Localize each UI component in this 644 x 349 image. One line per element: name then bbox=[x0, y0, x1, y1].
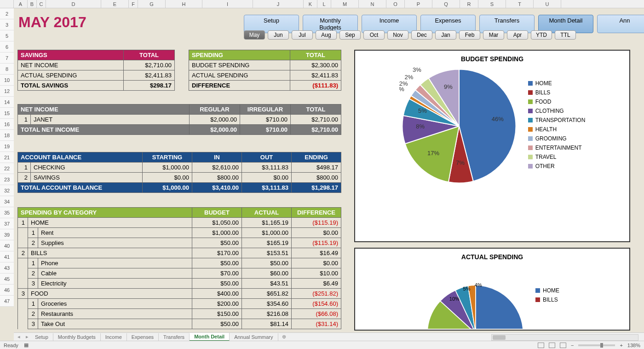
row-header-cell[interactable]: 19 bbox=[0, 141, 14, 152]
month-button-mar[interactable]: Mar bbox=[483, 30, 504, 40]
sheet-tab-monthly-budgets[interactable]: Monthly Budgets bbox=[53, 333, 101, 341]
status-ready: Ready bbox=[4, 343, 18, 348]
table-row: DIFFERENCE($111.83) bbox=[189, 81, 341, 91]
row-header-cell[interactable]: 34 bbox=[0, 196, 14, 207]
nav-button-ann[interactable]: Ann bbox=[597, 15, 644, 33]
row-header-cell[interactable]: 3 bbox=[0, 19, 14, 30]
row-header-cell[interactable]: 12 bbox=[0, 86, 14, 97]
row-header-cell[interactable]: 21 bbox=[0, 152, 14, 163]
legend-item: HOME bbox=[528, 80, 586, 87]
category-row: 3FOOD$400.00$651.82($251.82) bbox=[18, 289, 341, 299]
sheet-tab-annual-summary[interactable]: Annual Summary bbox=[230, 333, 278, 341]
month-button-dec[interactable]: Dec bbox=[411, 30, 432, 40]
month-button-jan[interactable]: Jan bbox=[435, 30, 456, 40]
table-row: ACTUAL SPENDING$2,411.83 bbox=[189, 70, 341, 81]
sheet-tab-expenses[interactable]: Expenses bbox=[127, 333, 159, 341]
subcategory-row: 2Cable$70.00$60.00$10.00 bbox=[18, 268, 341, 279]
status-bar: Ready ▦ − + 138% bbox=[0, 341, 644, 349]
zoom-level[interactable]: 138% bbox=[627, 343, 640, 348]
spending-header-label: SPENDING bbox=[189, 50, 290, 60]
pie-actual: 10%5%4% bbox=[425, 264, 526, 329]
netincome-header-irregular: IRREGULAR bbox=[240, 105, 291, 115]
row-header-cell[interactable]: 35 bbox=[0, 207, 14, 218]
spending-category-table: SPENDING BY CATEGORY BUDGET ACTUAL DIFFE… bbox=[17, 207, 341, 329]
row-header-cell[interactable]: 6 bbox=[0, 41, 14, 52]
total-row: TOTAL NET INCOME$2,000.00$710.00$2,710.0… bbox=[18, 125, 341, 135]
row-header-cell[interactable]: 14 bbox=[0, 97, 14, 108]
svg-text:5%: 5% bbox=[463, 286, 471, 291]
row-header-cell[interactable]: 16 bbox=[0, 119, 14, 130]
row-header-cell[interactable]: 22 bbox=[0, 163, 14, 174]
sheet-tab-setup[interactable]: Setup bbox=[30, 333, 53, 341]
tab-nav-prev[interactable]: ▸ bbox=[24, 334, 30, 340]
page-break-view-icon[interactable] bbox=[560, 343, 566, 348]
row-header-cell[interactable]: 2 bbox=[0, 8, 14, 19]
month-button-ttl[interactable]: TTL bbox=[555, 30, 576, 40]
row-header-cell[interactable]: 18 bbox=[0, 130, 14, 141]
net-income-table: NET INCOME REGULAR IRREGULAR TOTAL 1JANE… bbox=[17, 104, 341, 135]
row-header-cell[interactable]: 47 bbox=[0, 296, 14, 307]
row-header-cell[interactable]: 8 bbox=[0, 64, 14, 75]
zoom-handle[interactable] bbox=[600, 343, 603, 348]
month-button-may[interactable]: May bbox=[244, 30, 265, 40]
row-header-cell[interactable]: 45 bbox=[0, 273, 14, 285]
add-sheet-button[interactable]: ⊕ bbox=[278, 333, 290, 341]
legend-item: BILLS bbox=[528, 89, 586, 96]
actual-spending-chart: ACTUAL SPENDING 10%5%4% HOMEBILLS bbox=[354, 248, 630, 331]
row-header-cell[interactable]: 7 bbox=[0, 52, 14, 64]
month-button-jun[interactable]: Jun bbox=[268, 30, 289, 40]
row-header-cell[interactable]: 43 bbox=[0, 262, 14, 273]
horizontal-scrollbar[interactable] bbox=[491, 334, 638, 341]
zoom-in-icon[interactable]: + bbox=[620, 343, 622, 348]
svg-text:10%: 10% bbox=[449, 296, 460, 302]
row-header-cell[interactable]: 32 bbox=[0, 185, 14, 196]
account-header-ending: ENDING bbox=[292, 152, 341, 163]
zoom-out-icon[interactable]: − bbox=[571, 343, 574, 348]
table-row: BUDGET SPENDING$2,300.00 bbox=[189, 60, 341, 70]
row-headers: 2356781012141516181921222332343537394041… bbox=[0, 8, 14, 307]
row-header-cell[interactable]: 37 bbox=[0, 218, 14, 229]
sheet-tab-transfers[interactable]: Transfers bbox=[159, 333, 190, 341]
month-button-nov[interactable]: Nov bbox=[387, 30, 408, 40]
row-header-cell[interactable]: 10 bbox=[0, 75, 14, 86]
row-header-cell[interactable]: 46 bbox=[0, 285, 14, 296]
month-button-apr[interactable]: Apr bbox=[507, 30, 528, 40]
table-row: 2SAVINGS$0.00$800.00$0.00$800.00 bbox=[18, 173, 341, 183]
normal-view-icon[interactable] bbox=[538, 343, 544, 348]
svg-text:2%: 2% bbox=[399, 80, 408, 87]
table-row: NET INCOME$2,710.00 bbox=[18, 60, 175, 70]
account-header: ACCOUNT BALANCE bbox=[18, 152, 143, 163]
spending-header-total: TOTAL bbox=[290, 50, 341, 60]
zoom-slider[interactable] bbox=[578, 344, 615, 346]
legend-item: ENTERTAINMENT bbox=[528, 145, 586, 151]
sheet-tab-income[interactable]: Income bbox=[101, 333, 127, 341]
row-header-cell[interactable]: 40 bbox=[0, 240, 14, 251]
category-row: 1HOME$1,050.00$1,165.19($115.19) bbox=[18, 218, 341, 228]
page-layout-view-icon[interactable] bbox=[549, 343, 555, 348]
row-header-cell[interactable]: 15 bbox=[0, 108, 14, 119]
svg-text:3%: 3% bbox=[413, 66, 421, 73]
row-header-cell[interactable]: 39 bbox=[0, 229, 14, 240]
scroll-thumb[interactable] bbox=[493, 335, 506, 340]
month-button-ytd[interactable]: YTD bbox=[531, 30, 552, 40]
row-header-cell[interactable]: 23 bbox=[0, 174, 14, 185]
sheet-tab-month-detail[interactable]: Month Detail bbox=[190, 333, 230, 341]
nav-months: MayJunJulAugSepOctNovDecJanFebMarAprYTDT… bbox=[244, 30, 576, 40]
month-button-jul[interactable]: Jul bbox=[292, 30, 313, 40]
legend-budget: HOMEBILLSFOODCLOTHINGTRANSPORTATIONHEALT… bbox=[528, 80, 586, 172]
legend-item: TRAVEL bbox=[528, 154, 586, 160]
row-header-cell[interactable]: 41 bbox=[0, 251, 14, 262]
page-title: MAY 2017 bbox=[18, 14, 86, 31]
month-button-sep[interactable]: Sep bbox=[339, 30, 361, 40]
savings-header-total: TOTAL bbox=[124, 50, 175, 60]
month-button-aug[interactable]: Aug bbox=[316, 30, 337, 40]
tab-nav-first[interactable]: ◂ bbox=[14, 334, 24, 340]
account-balance-table: ACCOUNT BALANCE STARTING IN OUT ENDING 1… bbox=[17, 152, 341, 193]
month-button-feb[interactable]: Feb bbox=[459, 30, 480, 40]
svg-text:5%: 5% bbox=[418, 107, 427, 114]
total-row: TOTAL ACCOUNT BALANCE$1,000.00$3,410.00$… bbox=[18, 183, 341, 193]
account-header-in: IN bbox=[192, 152, 242, 163]
month-button-oct[interactable]: Oct bbox=[363, 30, 385, 40]
category-row: 2BILLS$170.00$153.51$16.49 bbox=[18, 248, 341, 258]
row-header-cell[interactable]: 5 bbox=[0, 30, 14, 41]
